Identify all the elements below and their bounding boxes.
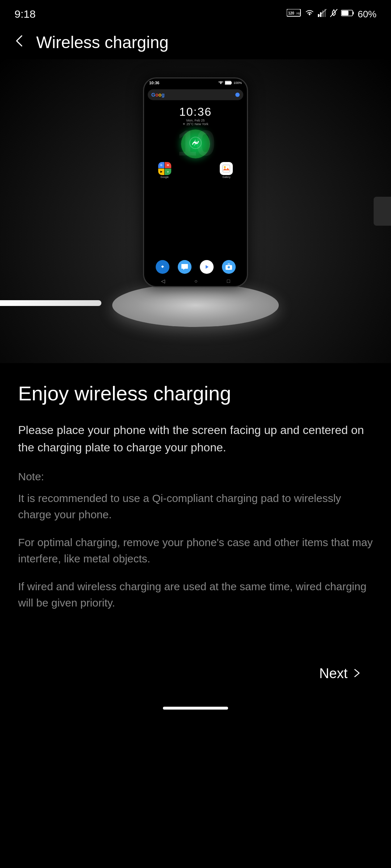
- battery-icon: [341, 9, 354, 19]
- hz-icon: 120 Hz: [287, 9, 301, 19]
- phone-navbar: ◁ ○ □: [144, 276, 247, 286]
- battery-percentage: 60%: [358, 9, 377, 20]
- status-icons: 120 Hz: [287, 9, 377, 20]
- svg-rect-14: [225, 81, 231, 84]
- gallery-app-icon: Gallery: [220, 162, 233, 178]
- note-text-2: For optimal charging, remove your phone'…: [18, 534, 373, 567]
- usb-cable: [0, 300, 101, 306]
- back-nav-icon: ◁: [161, 278, 165, 284]
- phone-dock: [144, 258, 247, 276]
- home-indicator-bar: [163, 707, 228, 710]
- next-button-row: Next: [0, 648, 391, 699]
- phone-mockup: 10:36 100%: [143, 77, 248, 287]
- edge-button: [374, 197, 391, 226]
- svg-rect-17: [223, 165, 230, 172]
- phone-time: 10:36: [144, 105, 247, 119]
- gallery-app-label: Gallery: [222, 176, 230, 178]
- recents-nav-icon: □: [227, 278, 230, 284]
- back-button[interactable]: [13, 34, 26, 51]
- svg-rect-11: [341, 11, 348, 16]
- phone-date: Mon, Feb 25: [144, 119, 247, 122]
- next-button[interactable]: Next: [308, 659, 373, 689]
- phone-screen: 10:36 100%: [144, 78, 247, 286]
- phone-clock-small: 10:36: [149, 81, 159, 85]
- note-label: Note:: [18, 471, 373, 483]
- next-chevron-icon: [352, 666, 362, 681]
- note-text-3: If wired and wireless charging are used …: [18, 578, 373, 611]
- page-title: Wireless charging: [36, 33, 169, 52]
- svg-point-19: [227, 266, 230, 269]
- svg-rect-10: [353, 12, 354, 14]
- camera-dock-icon: [222, 260, 236, 274]
- svg-point-16: [224, 166, 226, 168]
- main-heading: Enjoy wireless charging: [18, 381, 373, 405]
- signal-icon: [318, 9, 327, 19]
- play-dock-icon: [200, 260, 214, 274]
- phone-apps-row: G M ▶ Y Google: [144, 162, 247, 178]
- next-label: Next: [319, 666, 348, 681]
- svg-text:Hz: Hz: [297, 12, 300, 15]
- content-area: Enjoy wireless charging Please place you…: [0, 363, 391, 637]
- messages-dock-icon: [178, 260, 192, 274]
- wifi-icon: [305, 9, 314, 19]
- status-time: 9:18: [14, 8, 35, 20]
- top-nav: Wireless charging: [0, 25, 391, 59]
- phone-status-bar: 10:36 100%: [144, 78, 247, 87]
- google-app-icon: G M ▶ Y Google: [158, 162, 171, 178]
- silent-icon: [330, 9, 337, 19]
- phone-status-icons: 100%: [218, 81, 242, 85]
- svg-text:120: 120: [288, 11, 294, 15]
- charging-pad: [112, 284, 279, 327]
- bottom-indicator: [0, 699, 391, 720]
- phone-dock-icon: [156, 260, 169, 274]
- body-text: Please place your phone with the screen …: [18, 421, 373, 456]
- phone-search-bar: Goog: [148, 89, 243, 100]
- wireless-charging-indicator: 10: [144, 129, 247, 158]
- status-bar: 9:18 120 Hz: [0, 0, 391, 25]
- google-app-label: Google: [160, 176, 169, 178]
- background-number: 10: [177, 122, 214, 164]
- home-nav-icon: ○: [194, 278, 197, 284]
- note-text-1: It is recommended to use a Qi-compliant …: [18, 490, 373, 523]
- hero-image: 10:36 100%: [0, 59, 391, 363]
